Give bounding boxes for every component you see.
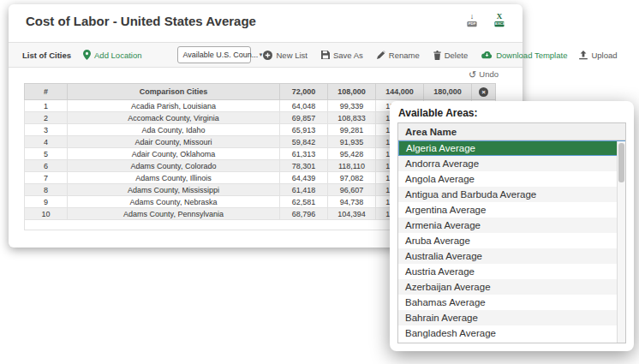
row-num: 1 (25, 100, 68, 112)
page-title: Cost of Labor - United States Average (26, 14, 256, 28)
row-v2: 118,110 (328, 160, 376, 172)
download-template-button[interactable]: Download Template (481, 51, 567, 60)
row-city: Adams County, Illinois (68, 172, 280, 184)
list-item[interactable]: Aruba Average (398, 233, 625, 248)
undo-label: Undo (479, 69, 499, 79)
row-v1: 59,842 (280, 136, 328, 148)
row-v1: 64,439 (280, 172, 328, 184)
upload-button[interactable]: Upload (579, 51, 617, 60)
trash-icon (433, 51, 441, 60)
row-v1: 69,857 (280, 112, 328, 124)
row-city: Adair County, Missouri (68, 136, 280, 148)
row-num: 4 (25, 136, 68, 148)
chevron-down-icon: ▼ (258, 52, 263, 57)
available-areas-dropdown[interactable]: Available U.S. Coun... ▼ (177, 46, 251, 63)
row-city: Adams County, Colorado (68, 160, 280, 172)
list-item[interactable]: Andorra Average (398, 156, 625, 171)
row-num: 3 (25, 124, 68, 136)
row-num: 8 (25, 184, 68, 196)
pencil-icon (377, 51, 385, 59)
popup-title: Available Areas: (398, 107, 626, 119)
available-areas-popup: Available Areas: Area Name Algeria Avera… (390, 101, 634, 351)
excel-icon: X (492, 12, 507, 21)
row-v2: 104,394 (328, 208, 376, 220)
list-item[interactable]: Australia Average (398, 248, 625, 264)
row-city: Ada County, Idaho (68, 124, 280, 136)
list-item[interactable]: Bangladesh Average (398, 325, 625, 341)
pdf-download-icon: ↓ (464, 12, 480, 21)
col-header-cities: Comparison Cities (68, 84, 280, 100)
scrollbar-thumb[interactable] (618, 143, 624, 182)
row-v1: 65,913 (280, 124, 328, 136)
new-list-button[interactable]: New List (263, 51, 307, 60)
list-of-cities-label: List of Cities (22, 51, 71, 60)
col-header-delete: × (472, 84, 496, 100)
dropdown-value: Available U.S. Coun... (182, 51, 258, 59)
row-v2: 97,082 (328, 172, 376, 184)
list-item[interactable]: Angola Average (398, 171, 625, 187)
row-v2: 91,935 (328, 136, 376, 148)
undo-button[interactable]: ↺ Undo (469, 69, 499, 79)
row-v1: 61,418 (280, 184, 328, 196)
list-item-selected[interactable]: Algeria Average (398, 140, 625, 156)
row-num: 5 (25, 148, 68, 160)
row-v1: 61,313 (280, 148, 328, 160)
upload-label: Upload (591, 51, 617, 60)
row-num: 10 (25, 208, 68, 220)
list-item[interactable]: Antigua and Barbuda Average (398, 187, 625, 202)
add-location-button[interactable]: Add Location (83, 50, 141, 60)
area-list-header: Area Name (398, 123, 625, 140)
download-template-label: Download Template (496, 51, 567, 60)
undo-icon: ↺ (469, 70, 476, 79)
excel-label: EXCEL (494, 21, 504, 27)
row-v2: 99,281 (328, 124, 376, 136)
row-v1: 64,048 (280, 100, 328, 112)
rename-button[interactable]: Rename (377, 51, 420, 60)
plus-circle-icon (263, 51, 272, 60)
list-item[interactable]: Armenia Average (398, 218, 625, 233)
export-excel-button[interactable]: X EXCEL (492, 12, 507, 30)
add-location-label: Add Location (94, 51, 141, 60)
col-header-72000: 72,000 (280, 84, 328, 100)
area-listbox: Area Name Algeria Average Andorra Averag… (397, 122, 626, 343)
list-item[interactable]: Bahrain Average (398, 310, 625, 325)
list-item[interactable]: Bahamas Average (398, 295, 625, 310)
scrollbar[interactable] (617, 141, 625, 343)
row-city: Adair County, Oklahoma (68, 148, 280, 160)
export-pdf-button[interactable]: ↓ PDF (464, 12, 480, 30)
new-list-label: New List (276, 51, 307, 60)
row-city: Accomack County, Virginia (68, 112, 280, 124)
delete-button[interactable]: Delete (433, 51, 468, 60)
toolbar: List of Cities Add Location Available U.… (9, 42, 523, 68)
map-pin-icon (83, 50, 91, 60)
row-v1: 78,301 (280, 160, 328, 172)
save-as-label: Save As (333, 51, 363, 60)
row-v2: 96,607 (328, 184, 376, 196)
row-num: 7 (25, 172, 68, 184)
save-as-button[interactable]: Save As (321, 51, 363, 60)
pdf-label: PDF (467, 21, 476, 27)
row-city: Adams County, Pennsylvania (68, 208, 280, 220)
save-icon (321, 51, 330, 59)
table-header-row: # Comparison Cities 72,000 108,000 144,0… (25, 84, 496, 100)
row-v1: 62,581 (280, 196, 328, 208)
list-item[interactable]: Austria Average (398, 264, 625, 279)
row-city: Adams County, Mississippi (68, 184, 280, 196)
list-item[interactable]: Argentina Average (398, 202, 625, 218)
row-v2: 99,339 (328, 100, 376, 112)
window-header: Cost of Labor - United States Average ↓ … (9, 4, 523, 42)
row-num: 9 (25, 196, 68, 208)
col-header-108000: 108,000 (328, 84, 376, 100)
list-item[interactable]: Azerbaijan Average (398, 279, 625, 295)
col-header-144000: 144,000 (376, 84, 424, 100)
row-v2: 95,428 (328, 148, 376, 160)
row-num: 6 (25, 160, 68, 172)
export-buttons: ↓ PDF X EXCEL (464, 12, 507, 30)
row-city: Acadia Parish, Louisiana (68, 100, 280, 112)
row-v2: 94,738 (328, 196, 376, 208)
delete-label: Delete (445, 51, 468, 60)
row-city: Adams County, Nebraska (68, 196, 280, 208)
upload-icon (579, 51, 588, 60)
col-header-180000: 180,000 (424, 84, 472, 100)
clear-all-icon[interactable]: × (479, 87, 488, 97)
